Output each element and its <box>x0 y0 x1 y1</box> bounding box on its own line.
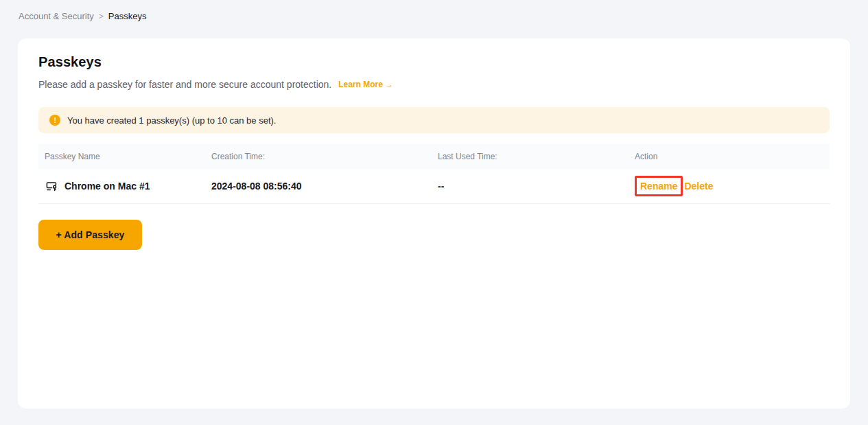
learn-more-link[interactable]: Learn More → <box>338 80 393 89</box>
column-header-passkey-name: Passkey Name <box>38 152 205 161</box>
delete-button[interactable]: Delete <box>684 181 713 192</box>
add-passkey-button[interactable]: + Add Passkey <box>38 220 142 250</box>
breadcrumb-current-passkeys: Passkeys <box>108 11 147 21</box>
creation-time-cell: 2024-08-08 08:56:40 <box>205 181 432 192</box>
passkey-count-banner: ! You have created 1 passkey(s) (up to 1… <box>38 107 830 133</box>
actions-cell: Rename Delete <box>629 176 830 196</box>
breadcrumb: Account & Security > Passkeys <box>0 0 868 21</box>
rename-button[interactable]: Rename <box>640 181 677 192</box>
breadcrumb-account-security-link[interactable]: Account & Security <box>19 11 94 21</box>
column-header-creation-time: Creation Time: <box>205 152 432 161</box>
passkeys-card: Passkeys Please add a passkey for faster… <box>18 38 850 409</box>
column-header-last-used-time: Last Used Time: <box>432 152 629 161</box>
passkey-name-cell: Chrome on Mac #1 <box>38 179 205 193</box>
arrow-right-icon: → <box>385 80 393 89</box>
passkeys-settings-page: Account & Security > Passkeys Passkeys P… <box>0 0 868 425</box>
rename-annotation-box: Rename <box>635 176 683 196</box>
page-title: Passkeys <box>38 54 830 70</box>
learn-more-label: Learn More <box>338 80 383 89</box>
device-passkey-icon <box>45 179 58 193</box>
last-used-time-cell: -- <box>432 181 629 192</box>
banner-text: You have created 1 passkey(s) (up to 10 … <box>67 115 276 126</box>
passkey-name: Chrome on Mac #1 <box>64 181 150 192</box>
page-description-text: Please add a passkey for faster and more… <box>38 79 331 90</box>
warning-icon: ! <box>49 115 60 126</box>
column-header-action: Action <box>629 152 830 161</box>
breadcrumb-separator: > <box>99 12 104 21</box>
table-row: Chrome on Mac #1 2024-08-08 08:56:40 -- … <box>38 169 830 204</box>
page-description: Please add a passkey for faster and more… <box>38 79 830 90</box>
passkeys-table: Passkey Name Creation Time: Last Used Ti… <box>38 144 830 204</box>
table-header-row: Passkey Name Creation Time: Last Used Ti… <box>38 144 830 169</box>
